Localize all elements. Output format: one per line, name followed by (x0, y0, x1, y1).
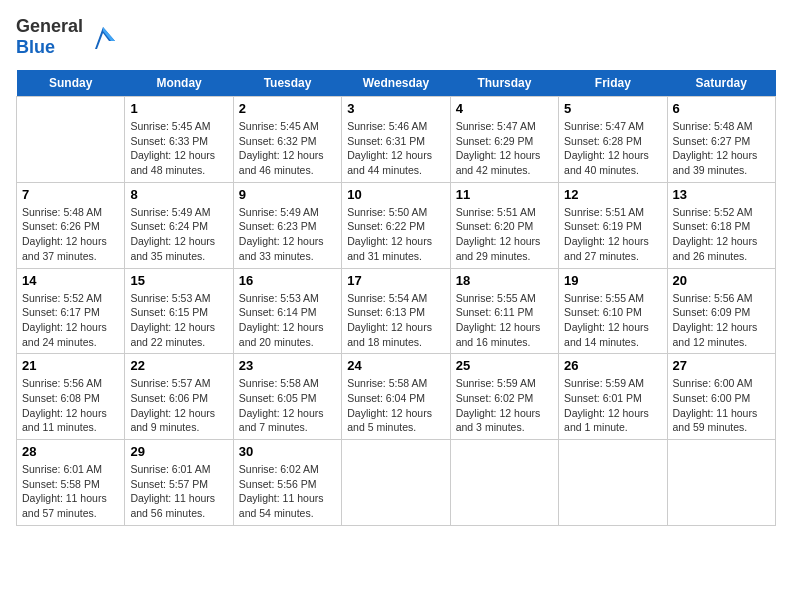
day-cell: 26Sunrise: 5:59 AMSunset: 6:01 PMDayligh… (559, 354, 667, 440)
day-info: Sunrise: 5:47 AMSunset: 6:29 PMDaylight:… (456, 119, 553, 178)
day-cell: 30Sunrise: 6:02 AMSunset: 5:56 PMDayligh… (233, 440, 341, 526)
day-cell: 12Sunrise: 5:51 AMSunset: 6:19 PMDayligh… (559, 182, 667, 268)
day-number: 28 (22, 444, 119, 459)
day-cell: 1Sunrise: 5:45 AMSunset: 6:33 PMDaylight… (125, 97, 233, 183)
day-info: Sunrise: 5:53 AMSunset: 6:14 PMDaylight:… (239, 291, 336, 350)
day-info: Sunrise: 5:52 AMSunset: 6:17 PMDaylight:… (22, 291, 119, 350)
day-header-sunday: Sunday (17, 70, 125, 97)
logo-icon (87, 21, 119, 53)
day-cell (559, 440, 667, 526)
day-info: Sunrise: 5:55 AMSunset: 6:10 PMDaylight:… (564, 291, 661, 350)
day-number: 22 (130, 358, 227, 373)
day-header-thursday: Thursday (450, 70, 558, 97)
day-cell: 9Sunrise: 5:49 AMSunset: 6:23 PMDaylight… (233, 182, 341, 268)
day-info: Sunrise: 5:49 AMSunset: 6:23 PMDaylight:… (239, 205, 336, 264)
day-info: Sunrise: 5:57 AMSunset: 6:06 PMDaylight:… (130, 376, 227, 435)
day-info: Sunrise: 5:59 AMSunset: 6:01 PMDaylight:… (564, 376, 661, 435)
day-cell: 22Sunrise: 5:57 AMSunset: 6:06 PMDayligh… (125, 354, 233, 440)
day-info: Sunrise: 5:58 AMSunset: 6:05 PMDaylight:… (239, 376, 336, 435)
day-cell: 2Sunrise: 5:45 AMSunset: 6:32 PMDaylight… (233, 97, 341, 183)
day-info: Sunrise: 5:48 AMSunset: 6:26 PMDaylight:… (22, 205, 119, 264)
day-cell (450, 440, 558, 526)
day-info: Sunrise: 6:00 AMSunset: 6:00 PMDaylight:… (673, 376, 770, 435)
day-number: 13 (673, 187, 770, 202)
day-info: Sunrise: 5:58 AMSunset: 6:04 PMDaylight:… (347, 376, 444, 435)
day-number: 21 (22, 358, 119, 373)
day-cell: 6Sunrise: 5:48 AMSunset: 6:27 PMDaylight… (667, 97, 775, 183)
day-info: Sunrise: 5:51 AMSunset: 6:20 PMDaylight:… (456, 205, 553, 264)
day-header-tuesday: Tuesday (233, 70, 341, 97)
week-row-4: 21Sunrise: 5:56 AMSunset: 6:08 PMDayligh… (17, 354, 776, 440)
day-number: 23 (239, 358, 336, 373)
day-number: 15 (130, 273, 227, 288)
day-number: 2 (239, 101, 336, 116)
day-cell: 17Sunrise: 5:54 AMSunset: 6:13 PMDayligh… (342, 268, 450, 354)
day-number: 5 (564, 101, 661, 116)
day-info: Sunrise: 6:01 AMSunset: 5:58 PMDaylight:… (22, 462, 119, 521)
day-number: 19 (564, 273, 661, 288)
day-cell: 10Sunrise: 5:50 AMSunset: 6:22 PMDayligh… (342, 182, 450, 268)
day-header-friday: Friday (559, 70, 667, 97)
day-info: Sunrise: 5:45 AMSunset: 6:32 PMDaylight:… (239, 119, 336, 178)
day-cell (342, 440, 450, 526)
day-cell: 25Sunrise: 5:59 AMSunset: 6:02 PMDayligh… (450, 354, 558, 440)
day-info: Sunrise: 5:48 AMSunset: 6:27 PMDaylight:… (673, 119, 770, 178)
week-row-1: 1Sunrise: 5:45 AMSunset: 6:33 PMDaylight… (17, 97, 776, 183)
day-number: 16 (239, 273, 336, 288)
day-cell: 28Sunrise: 6:01 AMSunset: 5:58 PMDayligh… (17, 440, 125, 526)
day-number: 27 (673, 358, 770, 373)
day-cell (17, 97, 125, 183)
day-number: 14 (22, 273, 119, 288)
day-cell: 24Sunrise: 5:58 AMSunset: 6:04 PMDayligh… (342, 354, 450, 440)
day-info: Sunrise: 5:56 AMSunset: 6:09 PMDaylight:… (673, 291, 770, 350)
day-info: Sunrise: 5:56 AMSunset: 6:08 PMDaylight:… (22, 376, 119, 435)
day-number: 30 (239, 444, 336, 459)
day-cell: 13Sunrise: 5:52 AMSunset: 6:18 PMDayligh… (667, 182, 775, 268)
day-cell: 15Sunrise: 5:53 AMSunset: 6:15 PMDayligh… (125, 268, 233, 354)
day-cell: 14Sunrise: 5:52 AMSunset: 6:17 PMDayligh… (17, 268, 125, 354)
day-info: Sunrise: 6:01 AMSunset: 5:57 PMDaylight:… (130, 462, 227, 521)
day-number: 6 (673, 101, 770, 116)
day-number: 4 (456, 101, 553, 116)
logo-general: General (16, 16, 83, 36)
day-number: 7 (22, 187, 119, 202)
day-number: 8 (130, 187, 227, 202)
day-cell: 18Sunrise: 5:55 AMSunset: 6:11 PMDayligh… (450, 268, 558, 354)
day-cell: 11Sunrise: 5:51 AMSunset: 6:20 PMDayligh… (450, 182, 558, 268)
day-info: Sunrise: 5:55 AMSunset: 6:11 PMDaylight:… (456, 291, 553, 350)
day-info: Sunrise: 5:45 AMSunset: 6:33 PMDaylight:… (130, 119, 227, 178)
day-number: 24 (347, 358, 444, 373)
day-number: 18 (456, 273, 553, 288)
day-cell (667, 440, 775, 526)
day-info: Sunrise: 5:52 AMSunset: 6:18 PMDaylight:… (673, 205, 770, 264)
day-info: Sunrise: 5:59 AMSunset: 6:02 PMDaylight:… (456, 376, 553, 435)
day-cell: 19Sunrise: 5:55 AMSunset: 6:10 PMDayligh… (559, 268, 667, 354)
day-info: Sunrise: 5:54 AMSunset: 6:13 PMDaylight:… (347, 291, 444, 350)
day-cell: 27Sunrise: 6:00 AMSunset: 6:00 PMDayligh… (667, 354, 775, 440)
day-number: 9 (239, 187, 336, 202)
day-cell: 16Sunrise: 5:53 AMSunset: 6:14 PMDayligh… (233, 268, 341, 354)
day-header-monday: Monday (125, 70, 233, 97)
day-number: 1 (130, 101, 227, 116)
day-cell: 5Sunrise: 5:47 AMSunset: 6:28 PMDaylight… (559, 97, 667, 183)
day-number: 3 (347, 101, 444, 116)
day-cell: 7Sunrise: 5:48 AMSunset: 6:26 PMDaylight… (17, 182, 125, 268)
logo-blue: Blue (16, 37, 55, 57)
day-info: Sunrise: 5:53 AMSunset: 6:15 PMDaylight:… (130, 291, 227, 350)
day-info: Sunrise: 5:50 AMSunset: 6:22 PMDaylight:… (347, 205, 444, 264)
day-header-wednesday: Wednesday (342, 70, 450, 97)
logo: General Blue (16, 16, 119, 58)
day-cell: 29Sunrise: 6:01 AMSunset: 5:57 PMDayligh… (125, 440, 233, 526)
day-info: Sunrise: 5:46 AMSunset: 6:31 PMDaylight:… (347, 119, 444, 178)
day-cell: 20Sunrise: 5:56 AMSunset: 6:09 PMDayligh… (667, 268, 775, 354)
day-cell: 8Sunrise: 5:49 AMSunset: 6:24 PMDaylight… (125, 182, 233, 268)
day-info: Sunrise: 6:02 AMSunset: 5:56 PMDaylight:… (239, 462, 336, 521)
week-row-3: 14Sunrise: 5:52 AMSunset: 6:17 PMDayligh… (17, 268, 776, 354)
day-number: 17 (347, 273, 444, 288)
day-header-saturday: Saturday (667, 70, 775, 97)
day-cell: 4Sunrise: 5:47 AMSunset: 6:29 PMDaylight… (450, 97, 558, 183)
day-number: 10 (347, 187, 444, 202)
week-row-2: 7Sunrise: 5:48 AMSunset: 6:26 PMDaylight… (17, 182, 776, 268)
day-info: Sunrise: 5:51 AMSunset: 6:19 PMDaylight:… (564, 205, 661, 264)
day-cell: 3Sunrise: 5:46 AMSunset: 6:31 PMDaylight… (342, 97, 450, 183)
